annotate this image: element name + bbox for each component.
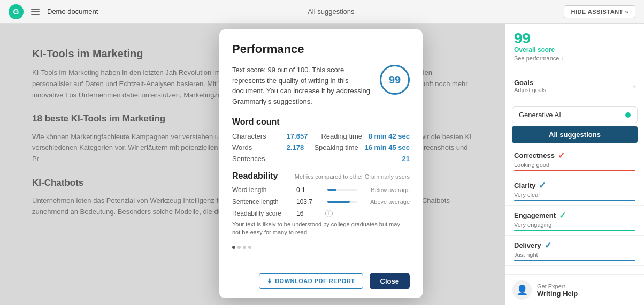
sentence-length-value: 103,7 — [296, 198, 323, 205]
word-length-bar-fill — [327, 189, 336, 191]
clarity-sub: Very clear — [514, 192, 635, 198]
sentences-label: Sentences — [232, 155, 280, 163]
stats-row-sentences: Sentences 21 — [232, 155, 410, 163]
reading-time-label: Reading time — [314, 132, 362, 140]
sentence-length-bar-track — [327, 201, 357, 203]
word-length-compare: Below average — [362, 187, 410, 193]
see-performance-link[interactable]: See performance › — [514, 55, 635, 62]
grammarly-logo: G — [9, 4, 24, 19]
modal-body: Performance Text score: 99 out of 100. T… — [219, 29, 423, 266]
dot-4 — [248, 246, 251, 249]
readability-header: Readability Metrics compared to other Gr… — [232, 171, 410, 181]
sentence-length-label: Sentence length — [232, 198, 296, 205]
clarity-item[interactable]: Clarity ✓ Very clear — [505, 176, 644, 206]
modal-footer: ⬇ DOWNLOAD PDF REPORT Close — [219, 266, 423, 298]
engagement-item[interactable]: Engagement ✓ Very engaging — [505, 206, 644, 236]
clarity-bar — [514, 200, 635, 201]
expert-icon: 👤 — [512, 280, 532, 300]
readability-score-value: 16 — [296, 210, 323, 217]
chevron-right-icon: › — [561, 55, 563, 62]
words-label: Words — [232, 143, 280, 151]
generative-ai-label: Generative AI — [519, 111, 561, 119]
generative-ai-button[interactable]: Generative AI — [512, 106, 638, 123]
delivery-sub: Just right — [514, 251, 635, 258]
word-count-heading: Word count — [232, 117, 410, 127]
clarity-label: Clarity — [514, 181, 535, 189]
delivery-check-icon: ✓ — [545, 240, 551, 250]
sidebar-score-section: 99 Overall score See performance › — [505, 24, 644, 65]
goals-label: Goals — [514, 79, 546, 87]
topbar-center-label: All suggestions — [308, 7, 354, 16]
hamburger-menu[interactable] — [29, 6, 42, 17]
divider-2 — [505, 102, 644, 102]
sidebar: 99 Overall score See performance › Goals… — [505, 24, 644, 305]
reading-time-value: 8 min 42 sec — [369, 132, 410, 140]
download-pdf-button[interactable]: ⬇ DOWNLOAD PDF REPORT — [259, 273, 363, 289]
correctness-item[interactable]: Correctness ✓ Looking good — [505, 146, 644, 176]
speaking-time-label: Speaking time — [310, 143, 358, 151]
engagement-sub: Very engaging — [514, 222, 635, 228]
engagement-bar — [514, 230, 635, 231]
expert-writing-label: Writing Help — [537, 289, 578, 298]
delivery-label: Delivery — [514, 241, 541, 249]
clarity-check-icon: ✓ — [539, 180, 546, 190]
word-length-row: Word length 0,1 Below average — [232, 186, 410, 194]
goals-chevron-icon: › — [633, 82, 635, 90]
download-icon: ⬇ — [267, 278, 272, 285]
sentences-value: 21 — [402, 155, 410, 163]
speaking-time-value: 16 min 45 sec — [364, 143, 410, 151]
stats-row-words: Words 2.178 Speaking time 16 min 45 sec — [232, 143, 410, 151]
engagement-label: Engagement — [514, 211, 556, 219]
performance-score-section: Text score: 99 out of 100. This score re… — [232, 65, 410, 106]
correctness-bar — [514, 170, 635, 171]
readability-score-row: Readability score 16 i — [232, 210, 410, 217]
topbar: G Demo document All suggestions HIDE ASS… — [0, 0, 644, 24]
stats-row-chars: Characters 17.657 Reading time 8 min 42 … — [232, 132, 410, 140]
word-length-value: 0,1 — [296, 186, 323, 194]
expert-get-label: Get Expert — [537, 283, 578, 289]
engagement-check-icon: ✓ — [559, 210, 566, 220]
expert-writing-section[interactable]: 👤 Get Expert Writing Help — [505, 274, 644, 305]
info-icon[interactable]: i — [325, 210, 333, 217]
readability-note: Your text is likely to be understood by … — [232, 220, 410, 237]
words-value: 2.178 — [287, 143, 304, 151]
score-circle: 99 — [380, 65, 410, 95]
close-button[interactable]: Close — [370, 273, 410, 289]
word-length-bar-track — [327, 189, 357, 191]
overall-score-label: Overall score — [514, 46, 635, 54]
performance-description: Text score: 99 out of 100. This score re… — [232, 65, 371, 106]
hide-assistant-button[interactable]: HIDE ASSISTANT » — [564, 5, 635, 18]
modal-pagination-dots — [232, 246, 410, 249]
dot-1 — [232, 246, 235, 249]
readability-heading: Readability — [232, 171, 278, 181]
document-title: Demo document — [47, 7, 98, 16]
readability-score-label: Readability score — [232, 210, 296, 217]
overall-score-number: 99 — [514, 31, 635, 46]
performance-modal: Performance Text score: 99 out of 100. T… — [219, 29, 423, 298]
sentence-length-compare: Above average — [362, 199, 410, 205]
modal-title: Performance — [232, 42, 410, 56]
readability-compare-label: Metrics compared to other Grammarly user… — [295, 173, 410, 180]
all-suggestions-header[interactable]: All suggestions — [512, 126, 638, 143]
sentence-length-bar-fill — [327, 201, 350, 203]
correctness-check-icon: ✓ — [558, 150, 565, 161]
divider-1 — [505, 70, 644, 70]
goals-section[interactable]: Goals Adjust goals › — [505, 74, 644, 97]
correctness-label: Correctness — [514, 151, 555, 159]
adjust-goals-label: Adjust goals — [514, 87, 546, 93]
correctness-sub: Looking good — [514, 162, 635, 168]
characters-value: 17.657 — [287, 132, 308, 140]
topbar-left: G Demo document — [9, 4, 98, 19]
delivery-item[interactable]: Delivery ✓ Just right — [505, 236, 644, 266]
dot-2 — [237, 246, 241, 249]
word-count-stats: Characters 17.657 Reading time 8 min 42 … — [232, 132, 410, 163]
sentence-length-row: Sentence length 103,7 Above average — [232, 198, 410, 205]
generative-ai-dot — [625, 112, 631, 118]
dot-3 — [243, 246, 246, 249]
word-length-label: Word length — [232, 186, 296, 194]
delivery-bar — [514, 260, 635, 261]
characters-label: Characters — [232, 132, 280, 140]
